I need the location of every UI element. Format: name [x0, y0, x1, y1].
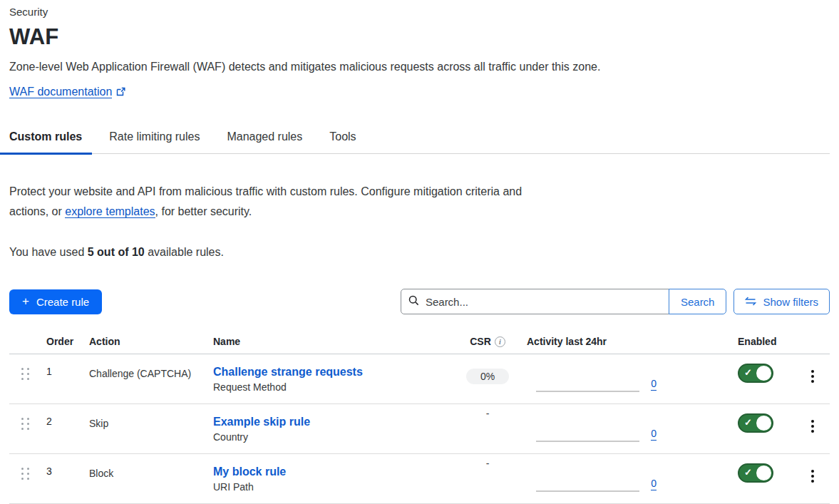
- table-row: 1 Challenge (CAPTCHA) Challenge strange …: [9, 354, 830, 404]
- activity-sparkline: 0: [527, 354, 666, 404]
- sparkline-baseline: [536, 490, 639, 492]
- kebab-menu-icon[interactable]: [806, 370, 819, 383]
- tab-custom-rules[interactable]: Custom rules: [0, 123, 92, 155]
- column-header-name: Name: [213, 336, 448, 347]
- rule-action: Block: [89, 454, 213, 481]
- column-header-csr: CSR: [470, 336, 491, 347]
- sparkline-baseline: [536, 441, 639, 442]
- rule-name-link[interactable]: Example skip rule: [213, 416, 310, 428]
- usage-prefix: You have used: [9, 246, 88, 258]
- rules-table: Order Action Name CSR i Activity last 24…: [9, 330, 830, 504]
- csr-value: -: [448, 404, 527, 419]
- rule-action: Challenge (CAPTCHA): [89, 354, 213, 381]
- breadcrumb: Security: [9, 6, 820, 18]
- rule-name-link[interactable]: Challenge strange requests: [213, 366, 363, 379]
- toolbar: + Create rule Search Show filters: [9, 289, 830, 314]
- explore-templates-link[interactable]: explore templates: [65, 205, 155, 218]
- rule-action: Skip: [89, 404, 213, 431]
- table-row: 2 Skip Example skip rule Country - 0 ✓: [9, 404, 830, 454]
- activity-sparkline: 0: [527, 454, 666, 504]
- create-rule-button[interactable]: + Create rule: [9, 289, 102, 314]
- drag-handle-icon[interactable]: [21, 368, 30, 380]
- tab-rate-limiting-rules[interactable]: Rate limiting rules: [99, 123, 210, 153]
- intro-text: Protect your website and API from malici…: [9, 182, 533, 222]
- usage-suffix: available rules.: [145, 246, 224, 258]
- rule-order: 1: [46, 354, 89, 377]
- page-title: WAF: [9, 24, 820, 50]
- table-header-row: Order Action Name CSR i Activity last 24…: [9, 330, 830, 354]
- enabled-toggle[interactable]: ✓: [738, 364, 773, 383]
- rule-name-link[interactable]: My block rule: [213, 466, 286, 478]
- intro-text-after: , for better security.: [155, 205, 252, 217]
- external-link-icon: [116, 86, 125, 99]
- rule-field: Country: [213, 431, 448, 443]
- search-input[interactable]: [426, 296, 662, 308]
- enabled-toggle[interactable]: ✓: [738, 463, 773, 483]
- page-description: Zone-level Web Application Firewall (WAF…: [9, 61, 820, 73]
- sparkline-baseline: [536, 391, 639, 392]
- search-box: [401, 289, 669, 314]
- tab-managed-rules[interactable]: Managed rules: [217, 123, 312, 153]
- csr-badge: 0%: [466, 369, 509, 384]
- column-header-action: Action: [89, 336, 213, 347]
- activity-count-link[interactable]: 0: [651, 378, 657, 391]
- column-header-enabled: Enabled: [738, 336, 795, 347]
- check-icon: ✓: [744, 467, 752, 478]
- search-button[interactable]: Search: [669, 289, 727, 314]
- csr-value: -: [448, 454, 527, 469]
- rule-field: Request Method: [213, 381, 448, 393]
- check-icon: ✓: [744, 367, 752, 378]
- activity-count-link[interactable]: 0: [651, 478, 657, 490]
- usage-summary: You have used 5 out of 10 available rule…: [9, 246, 820, 259]
- tab-bar: Custom rules Rate limiting rules Managed…: [9, 123, 830, 154]
- activity-count-link[interactable]: 0: [651, 428, 657, 441]
- plus-icon: +: [22, 294, 29, 309]
- kebab-menu-icon[interactable]: [806, 420, 819, 433]
- kebab-menu-icon[interactable]: [806, 470, 819, 483]
- swap-arrows-icon: [745, 296, 756, 308]
- activity-sparkline: 0: [527, 404, 666, 454]
- info-icon[interactable]: i: [495, 336, 505, 347]
- search-icon: [408, 295, 419, 309]
- create-rule-label: Create rule: [36, 296, 89, 308]
- rule-order: 3: [46, 454, 89, 477]
- column-header-activity: Activity last 24hr: [527, 336, 666, 347]
- waf-page: Security WAF Zone-level Web Application …: [0, 0, 830, 504]
- usage-count: 5 out of 10: [88, 246, 145, 258]
- column-header-order: Order: [46, 336, 89, 347]
- waf-documentation-link[interactable]: WAF documentation: [9, 86, 112, 98]
- check-icon: ✓: [744, 417, 752, 428]
- rule-order: 2: [46, 404, 89, 427]
- drag-handle-icon[interactable]: [21, 418, 30, 430]
- tab-tools[interactable]: Tools: [319, 123, 366, 153]
- show-filters-label: Show filters: [763, 296, 818, 308]
- show-filters-button[interactable]: Show filters: [734, 289, 830, 314]
- rule-field: URI Path: [213, 481, 448, 493]
- table-row: 3 Block My block rule URI Path - 0 ✓: [9, 454, 830, 504]
- enabled-toggle[interactable]: ✓: [738, 413, 773, 433]
- drag-handle-icon[interactable]: [21, 468, 30, 480]
